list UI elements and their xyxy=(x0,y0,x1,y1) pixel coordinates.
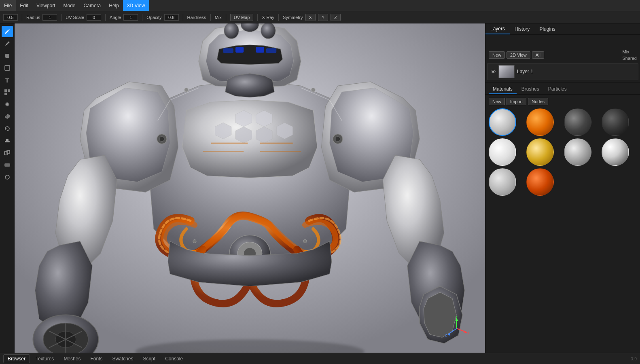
layer-item[interactable]: 👁 Layer 1 xyxy=(487,63,638,80)
svg-rect-3 xyxy=(8,89,10,92)
viewport[interactable]: X Y Z xyxy=(15,23,485,353)
tab-browser[interactable]: Browser xyxy=(3,354,30,363)
svg-point-41 xyxy=(184,88,189,92)
layer-thumbnail xyxy=(498,65,515,78)
layer-name: Layer 1 xyxy=(517,69,635,74)
angle-value[interactable]: 1 xyxy=(123,14,138,21)
text-tool-btn[interactable]: T xyxy=(2,74,13,86)
z-btn[interactable]: Z xyxy=(331,14,341,21)
svg-rect-8 xyxy=(6,139,8,141)
tab-particles[interactable]: Particles xyxy=(544,85,571,94)
nodes-btn[interactable]: Nodes xyxy=(528,98,548,105)
tab-meshes[interactable]: Meshes xyxy=(59,355,85,363)
shared-label: Shared xyxy=(623,56,637,61)
material-ball-9[interactable] xyxy=(489,168,516,196)
mask-tool-btn[interactable] xyxy=(2,159,13,171)
tab-layers[interactable]: Layers xyxy=(485,23,510,34)
svg-rect-25 xyxy=(235,47,244,53)
materials-tabs: Materials Brushes Particles xyxy=(485,85,640,95)
sep6 xyxy=(210,14,211,21)
clone-tool-btn[interactable] xyxy=(2,147,13,159)
material-ball-4[interactable] xyxy=(602,108,629,136)
xray-label: X-Ray xyxy=(262,15,274,20)
size-value: 0.5 xyxy=(3,14,18,21)
tab-history[interactable]: History xyxy=(510,23,534,34)
material-ball-1[interactable] xyxy=(489,108,516,136)
menu-viewport[interactable]: Viewport xyxy=(32,0,59,11)
main-content: T xyxy=(0,23,640,353)
material-ball-8[interactable] xyxy=(602,138,629,166)
transform-tool-btn[interactable] xyxy=(2,87,13,98)
menu-file[interactable]: File xyxy=(0,0,16,11)
menu-bar: File Edit Viewport Mode Camera Help 3D V… xyxy=(0,0,640,11)
brush-tool-btn[interactable] xyxy=(2,50,13,61)
svg-marker-48 xyxy=(455,318,458,321)
svg-rect-27 xyxy=(266,48,276,53)
uv-scale-value[interactable]: 0 xyxy=(87,14,101,21)
sphere-tool-btn[interactable] xyxy=(2,171,13,183)
materials-section: Materials Brushes Particles New Import N… xyxy=(485,83,640,353)
hand-tool-btn[interactable] xyxy=(2,111,13,122)
new-material-btn[interactable]: New xyxy=(489,98,505,105)
svg-point-12 xyxy=(5,175,9,179)
coordinate-gizmo: X Y Z xyxy=(445,316,469,341)
import-material-btn[interactable]: Import xyxy=(506,98,526,105)
symmetry-label: Symmetry xyxy=(283,15,303,20)
sep4 xyxy=(142,14,142,21)
tab-console[interactable]: Console xyxy=(161,355,187,363)
radius-value[interactable]: 1 xyxy=(42,14,57,21)
sep3 xyxy=(105,14,106,21)
sep5 xyxy=(183,14,183,21)
tab-fonts[interactable]: Fonts xyxy=(86,355,106,363)
material-ball-10[interactable] xyxy=(526,168,554,196)
all-layers-btn[interactable]: All xyxy=(532,51,544,59)
menu-edit[interactable]: Edit xyxy=(16,0,32,11)
menu-camera[interactable]: Camera xyxy=(80,0,105,11)
version-number: 0.9 xyxy=(631,356,637,361)
fill-tool-btn[interactable] xyxy=(2,99,13,110)
tab-textures[interactable]: Textures xyxy=(32,355,58,363)
svg-rect-11 xyxy=(4,163,10,167)
pen-tool-btn[interactable] xyxy=(2,38,13,49)
svg-text:Z: Z xyxy=(445,333,447,337)
layer-visibility-icon[interactable]: 👁 xyxy=(491,69,496,75)
shape-tool-btn[interactable] xyxy=(2,62,13,74)
view-2d-btn[interactable]: 2D View xyxy=(506,51,530,59)
mix-label: Mix xyxy=(623,49,637,54)
sep1 xyxy=(22,14,22,21)
stamp-tool-btn[interactable] xyxy=(2,135,13,146)
draw-tool-btn[interactable] xyxy=(2,26,13,37)
tab-script[interactable]: Script xyxy=(139,355,159,363)
svg-point-40 xyxy=(335,137,340,142)
svg-rect-26 xyxy=(256,47,264,53)
tab-swatches[interactable]: Swatches xyxy=(108,355,137,363)
tab-materials[interactable]: Materials xyxy=(489,85,517,94)
rotate-tool-btn[interactable] xyxy=(2,123,13,134)
menu-help[interactable]: Help xyxy=(105,0,123,11)
toolbar: 0.5 Radius 1 UV Scale 0 Angle 1 Opacity … xyxy=(0,11,640,23)
materials-grid xyxy=(485,107,640,197)
tab-plugins[interactable]: Plugins xyxy=(534,23,560,34)
svg-rect-0 xyxy=(5,54,9,58)
new-layer-btn[interactable]: New xyxy=(489,51,505,59)
tab-brushes[interactable]: Brushes xyxy=(517,85,543,94)
opacity-value[interactable]: 0.8 xyxy=(164,14,179,21)
svg-point-30 xyxy=(261,23,275,39)
sep7 xyxy=(226,14,226,21)
material-ball-2[interactable] xyxy=(526,108,554,136)
material-ball-3[interactable] xyxy=(564,108,591,136)
svg-point-44 xyxy=(303,239,307,243)
material-ball-7[interactable] xyxy=(564,138,591,166)
x-btn[interactable]: X xyxy=(305,14,316,21)
y-btn[interactable]: Y xyxy=(318,14,328,21)
hardness-label: Hardness xyxy=(187,15,206,20)
uv-map-btn[interactable]: UV Map xyxy=(230,14,254,21)
sep2 xyxy=(61,14,61,21)
radius-label: Radius xyxy=(26,15,40,20)
left-toolbar: T xyxy=(0,23,15,353)
material-ball-5[interactable] xyxy=(489,138,516,166)
menu-3dview[interactable]: 3D View xyxy=(123,0,149,11)
layers-header: New 2D View All Mix Shared xyxy=(485,48,640,62)
material-ball-6[interactable] xyxy=(526,138,554,166)
menu-mode[interactable]: Mode xyxy=(59,0,80,11)
